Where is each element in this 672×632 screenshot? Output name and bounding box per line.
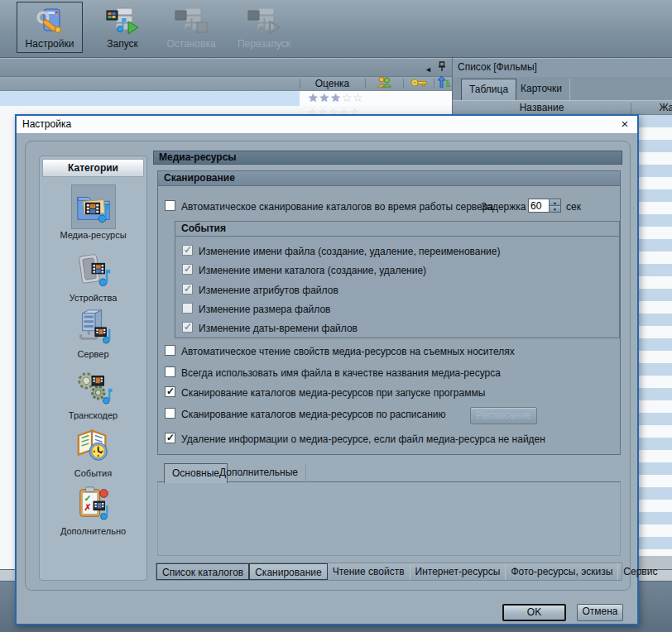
start-button[interactable]: Запуск: [91, 2, 154, 53]
delete-missing-checkbox[interactable]: [165, 433, 175, 443]
sub-tab-strip: Основные Дополнительные: [157, 463, 621, 482]
sort-ascending-icon: [437, 76, 450, 91]
tab-internet-resources[interactable]: Интернет-ресурсы: [410, 563, 506, 580]
category-label: Медиа-ресурсы: [40, 230, 146, 240]
transcoder-icon: [71, 365, 116, 409]
tab-read-properties[interactable]: Чтение свойств: [328, 563, 410, 580]
stop-button-label: Остановка: [166, 38, 215, 50]
bottom-tab-strip: Список каталогов Сканирование Чтение сво…: [156, 563, 622, 581]
star-filled-icon: [308, 91, 319, 106]
rating-column-header-row: Оценка: [0, 77, 452, 91]
star-rating[interactable]: [308, 91, 363, 106]
tab-service[interactable]: Сервис: [618, 563, 662, 580]
option-label: Автоматическое чтение свойств медиа-ресу…: [181, 346, 515, 357]
ok-button[interactable]: OK: [502, 604, 566, 621]
tab-advanced[interactable]: Дополнительные: [212, 463, 306, 482]
list-caption-bar: Список [Фильмы]: [453, 58, 672, 77]
settings-dialog: Настройка × Категории: [15, 114, 639, 625]
settings-button[interactable]: Настройки: [17, 2, 83, 53]
tab-table[interactable]: Таблица: [461, 79, 516, 100]
category-label: Дополнительно: [40, 526, 146, 536]
category-additional[interactable]: ✓ ✗ Дополнительно: [40, 481, 146, 536]
rating-column-header[interactable]: Оценка: [300, 77, 365, 90]
event-label: Изменение имени каталога (создание, удал…: [199, 265, 426, 276]
category-events[interactable]: События: [40, 423, 146, 478]
rating-cell[interactable]: [300, 91, 452, 106]
option-label: Сканирование каталогов медиа-ресурсов пр…: [181, 387, 485, 399]
category-label: Сервер: [40, 349, 146, 359]
page-title: Медиа-ресурсы: [153, 151, 622, 165]
spin-down-icon[interactable]: [550, 206, 560, 212]
tab-scanning[interactable]: Сканирование: [249, 563, 327, 580]
events-group-title: События: [175, 222, 619, 237]
settings-icon: [35, 4, 65, 38]
cancel-button[interactable]: Отмена: [577, 604, 623, 621]
dialog-titlebar[interactable]: Настройка ×: [17, 116, 637, 134]
event-size-checkbox[interactable]: [182, 303, 193, 314]
option-label: Сканирование каталогов медиа-ресурсов по…: [181, 409, 446, 420]
server-icon: [71, 304, 116, 348]
category-label: Устройства: [40, 293, 146, 303]
event-file-rename-checkbox[interactable]: [182, 245, 193, 256]
event-label: Изменение имени файла (создание, удалени…: [199, 246, 500, 257]
start-button-label: Запуск: [107, 38, 138, 50]
tab-photo-resources[interactable]: Фото-ресурсы, эскизы: [506, 563, 618, 580]
event-datetime-checkbox[interactable]: [182, 322, 193, 333]
collapse-arrow-icon[interactable]: [425, 60, 432, 75]
category-devices[interactable]: Устройства: [40, 247, 146, 303]
restart-button[interactable]: Перезапуск: [227, 2, 301, 53]
scan-by-schedule-checkbox[interactable]: [165, 408, 175, 419]
delay-label: Задержка: [481, 201, 526, 213]
event-dir-rename-checkbox[interactable]: [182, 264, 193, 275]
scanning-group: Сканирование Автоматическое сканирование…: [157, 170, 621, 455]
media-resources-icon: [71, 184, 116, 229]
star-filled-icon: [330, 91, 341, 106]
close-icon[interactable]: ×: [618, 116, 631, 133]
column-header-genre[interactable]: Жанр: [631, 101, 672, 115]
selected-movie-row[interactable]: [0, 91, 300, 106]
access-filter-button[interactable]: [404, 77, 434, 90]
spin-up-icon[interactable]: [550, 199, 560, 206]
categories-header: Категории: [42, 159, 144, 177]
left-panel-caption-bar: [0, 58, 452, 77]
scanning-group-title: Сканирование: [158, 171, 620, 186]
delay-unit-label: сек: [566, 201, 581, 213]
dialog-title: Настройка: [22, 118, 71, 130]
users-filter-button[interactable]: [366, 77, 402, 90]
delay-input[interactable]: [528, 199, 550, 213]
use-filename-checkbox[interactable]: [165, 366, 175, 377]
stop-button[interactable]: Остановка: [157, 2, 225, 53]
event-label: Изменение размера файлов: [199, 304, 330, 315]
tab-cards[interactable]: Карточки: [513, 79, 570, 100]
category-transcoder[interactable]: Транскодер: [40, 365, 146, 420]
delay-spinner[interactable]: [550, 199, 561, 213]
sort-button[interactable]: [434, 77, 452, 90]
category-label: Транскодер: [40, 410, 146, 420]
pin-icon[interactable]: [438, 60, 446, 75]
category-server[interactable]: Сервер: [40, 304, 146, 359]
app-window: Настройки Запуск: [0, 0, 672, 632]
option-label: Удаление информации о медиа-ресурсе, есл…: [181, 433, 545, 445]
event-attributes-checkbox[interactable]: [182, 284, 193, 294]
star-empty-icon: [353, 91, 363, 106]
event-label: Изменение даты-времени файлов: [199, 323, 358, 334]
auto-scan-label: Автоматическое сканирование каталогов во…: [181, 201, 493, 213]
svg-text:✗: ✗: [84, 502, 91, 512]
people-icon: [377, 76, 391, 91]
event-label: Изменение атрибутов файлов: [199, 285, 338, 296]
scan-on-startup-checkbox[interactable]: [165, 386, 175, 397]
restart-button-label: Перезапуск: [238, 38, 290, 50]
category-label: События: [40, 468, 146, 478]
start-icon: [105, 4, 140, 38]
tab-catalog-list[interactable]: Список каталогов: [156, 563, 249, 580]
removable-media-checkbox[interactable]: [165, 345, 175, 356]
category-media-resources[interactable]: Медиа-ресурсы: [40, 184, 146, 240]
events-icon: [71, 423, 116, 467]
stop-icon: [174, 4, 209, 38]
auto-scan-checkbox[interactable]: [165, 200, 175, 211]
settings-button-label: Настройки: [26, 38, 74, 50]
schedule-button[interactable]: Расписание: [470, 407, 537, 424]
option-label: Всегда использовать имя файла в качестве…: [181, 367, 501, 379]
list-caption-label: Список [Фильмы]: [458, 61, 537, 73]
column-header-name[interactable]: Название: [453, 101, 631, 115]
